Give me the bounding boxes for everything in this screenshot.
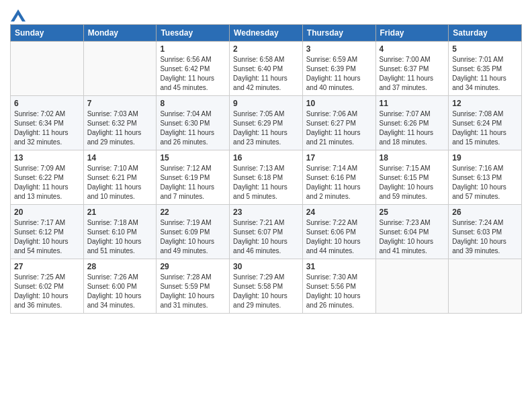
day-number: 30: [233, 262, 299, 271]
day-info: Sunrise: 7:24 AM Sunset: 6:03 PM Dayligh…: [452, 218, 518, 256]
calendar-week-4: 20Sunrise: 7:17 AM Sunset: 6:12 PM Dayli…: [11, 205, 522, 259]
day-info: Sunrise: 7:30 AM Sunset: 5:56 PM Dayligh…: [306, 273, 372, 310]
calendar-cell: [83, 42, 157, 96]
calendar-cell: [449, 259, 522, 314]
calendar-cell: 4Sunrise: 7:00 AM Sunset: 6:37 PM Daylig…: [375, 42, 449, 96]
calendar-cell: 21Sunrise: 7:18 AM Sunset: 6:10 PM Dayli…: [83, 205, 157, 259]
calendar-cell: 2Sunrise: 6:58 AM Sunset: 6:40 PM Daylig…: [230, 42, 303, 96]
day-number: 17: [306, 153, 372, 163]
day-number: 22: [160, 208, 226, 217]
day-info: Sunrise: 7:04 AM Sunset: 6:30 PM Dayligh…: [160, 109, 226, 147]
day-number: 23: [233, 208, 299, 217]
day-number: 29: [160, 262, 226, 271]
calendar-cell: 20Sunrise: 7:17 AM Sunset: 6:12 PM Dayli…: [11, 205, 84, 259]
calendar-cell: 30Sunrise: 7:29 AM Sunset: 5:58 PM Dayli…: [230, 259, 303, 314]
calendar-cell: 1Sunrise: 6:56 AM Sunset: 6:42 PM Daylig…: [157, 42, 230, 96]
calendar-week-3: 13Sunrise: 7:09 AM Sunset: 6:22 PM Dayli…: [11, 150, 522, 205]
weekday-header-saturday: Saturday: [449, 25, 522, 42]
day-info: Sunrise: 7:17 AM Sunset: 6:12 PM Dayligh…: [14, 218, 80, 256]
weekday-header-tuesday: Tuesday: [157, 25, 230, 42]
calendar-cell: 31Sunrise: 7:30 AM Sunset: 5:56 PM Dayli…: [302, 259, 375, 314]
day-info: Sunrise: 7:06 AM Sunset: 6:27 PM Dayligh…: [306, 109, 372, 147]
calendar-cell: 22Sunrise: 7:19 AM Sunset: 6:09 PM Dayli…: [157, 205, 230, 259]
day-number: 16: [233, 153, 299, 163]
calendar-cell: 27Sunrise: 7:25 AM Sunset: 6:02 PM Dayli…: [11, 259, 84, 314]
calendar-cell: [375, 259, 449, 314]
calendar-cell: 17Sunrise: 7:14 AM Sunset: 6:16 PM Dayli…: [302, 150, 375, 205]
logo: [10, 9, 26, 21]
day-number: 26: [452, 208, 518, 217]
calendar-cell: 15Sunrise: 7:12 AM Sunset: 6:19 PM Dayli…: [157, 150, 230, 205]
day-number: 9: [233, 99, 299, 108]
day-number: 13: [14, 153, 80, 163]
day-info: Sunrise: 7:23 AM Sunset: 6:04 PM Dayligh…: [380, 218, 445, 256]
day-info: Sunrise: 7:13 AM Sunset: 6:18 PM Dayligh…: [233, 164, 299, 201]
calendar-cell: 29Sunrise: 7:28 AM Sunset: 5:59 PM Dayli…: [157, 259, 230, 314]
calendar-week-1: 1Sunrise: 6:56 AM Sunset: 6:42 PM Daylig…: [11, 42, 522, 96]
day-info: Sunrise: 7:15 AM Sunset: 6:15 PM Dayligh…: [380, 164, 445, 201]
page-header: [10, 7, 522, 21]
calendar-week-2: 6Sunrise: 7:02 AM Sunset: 6:34 PM Daylig…: [11, 96, 522, 150]
day-info: Sunrise: 7:07 AM Sunset: 6:26 PM Dayligh…: [380, 109, 445, 147]
day-number: 2: [233, 44, 299, 54]
calendar-cell: [11, 42, 84, 96]
day-info: Sunrise: 7:29 AM Sunset: 5:58 PM Dayligh…: [233, 273, 299, 310]
weekday-header-monday: Monday: [83, 25, 157, 42]
calendar-cell: 8Sunrise: 7:04 AM Sunset: 6:30 PM Daylig…: [157, 96, 230, 150]
calendar-cell: 25Sunrise: 7:23 AM Sunset: 6:04 PM Dayli…: [375, 205, 449, 259]
day-number: 15: [160, 153, 226, 163]
calendar-cell: 18Sunrise: 7:15 AM Sunset: 6:15 PM Dayli…: [375, 150, 449, 205]
calendar-cell: 24Sunrise: 7:22 AM Sunset: 6:06 PM Dayli…: [302, 205, 375, 259]
day-number: 12: [452, 99, 518, 108]
day-info: Sunrise: 7:00 AM Sunset: 6:37 PM Dayligh…: [380, 55, 445, 93]
day-number: 28: [87, 262, 153, 271]
day-number: 1: [160, 44, 226, 54]
calendar-cell: 10Sunrise: 7:06 AM Sunset: 6:27 PM Dayli…: [302, 96, 375, 150]
calendar-cell: 13Sunrise: 7:09 AM Sunset: 6:22 PM Dayli…: [11, 150, 84, 205]
day-info: Sunrise: 7:22 AM Sunset: 6:06 PM Dayligh…: [306, 218, 372, 256]
day-number: 5: [452, 44, 518, 54]
calendar-cell: 14Sunrise: 7:10 AM Sunset: 6:21 PM Dayli…: [83, 150, 157, 205]
day-number: 11: [380, 99, 445, 108]
weekday-header-friday: Friday: [375, 25, 449, 42]
weekday-header-sunday: Sunday: [11, 25, 84, 42]
calendar-cell: 11Sunrise: 7:07 AM Sunset: 6:26 PM Dayli…: [375, 96, 449, 150]
day-info: Sunrise: 7:03 AM Sunset: 6:32 PM Dayligh…: [87, 109, 153, 147]
day-info: Sunrise: 6:56 AM Sunset: 6:42 PM Dayligh…: [160, 55, 226, 93]
logo-icon: [11, 9, 26, 21]
day-number: 20: [14, 208, 80, 217]
day-info: Sunrise: 7:09 AM Sunset: 6:22 PM Dayligh…: [14, 164, 80, 201]
calendar-cell: 19Sunrise: 7:16 AM Sunset: 6:13 PM Dayli…: [449, 150, 522, 205]
day-info: Sunrise: 7:18 AM Sunset: 6:10 PM Dayligh…: [87, 218, 153, 256]
day-number: 25: [380, 208, 445, 217]
day-number: 8: [160, 99, 226, 108]
weekday-header-wednesday: Wednesday: [230, 25, 303, 42]
day-number: 10: [306, 99, 372, 108]
calendar-cell: 9Sunrise: 7:05 AM Sunset: 6:29 PM Daylig…: [230, 96, 303, 150]
day-number: 7: [87, 99, 153, 108]
day-info: Sunrise: 6:59 AM Sunset: 6:39 PM Dayligh…: [306, 55, 372, 93]
day-info: Sunrise: 7:05 AM Sunset: 6:29 PM Dayligh…: [233, 109, 299, 147]
calendar-cell: 6Sunrise: 7:02 AM Sunset: 6:34 PM Daylig…: [11, 96, 84, 150]
calendar-cell: 23Sunrise: 7:21 AM Sunset: 6:07 PM Dayli…: [230, 205, 303, 259]
day-number: 3: [306, 44, 372, 54]
calendar-table: SundayMondayTuesdayWednesdayThursdayFrid…: [10, 24, 522, 314]
day-info: Sunrise: 7:25 AM Sunset: 6:02 PM Dayligh…: [14, 273, 80, 310]
day-number: 6: [14, 99, 80, 108]
day-info: Sunrise: 7:26 AM Sunset: 6:00 PM Dayligh…: [87, 273, 153, 310]
calendar-cell: 5Sunrise: 7:01 AM Sunset: 6:35 PM Daylig…: [449, 42, 522, 96]
day-number: 14: [87, 153, 153, 163]
day-info: Sunrise: 7:14 AM Sunset: 6:16 PM Dayligh…: [306, 164, 372, 201]
day-number: 27: [14, 262, 80, 271]
day-info: Sunrise: 7:08 AM Sunset: 6:24 PM Dayligh…: [452, 109, 518, 147]
day-number: 21: [87, 208, 153, 217]
day-info: Sunrise: 7:10 AM Sunset: 6:21 PM Dayligh…: [87, 164, 153, 201]
calendar-cell: 28Sunrise: 7:26 AM Sunset: 6:00 PM Dayli…: [83, 259, 157, 314]
day-number: 18: [380, 153, 445, 163]
day-number: 19: [452, 153, 518, 163]
day-info: Sunrise: 7:16 AM Sunset: 6:13 PM Dayligh…: [452, 164, 518, 201]
calendar-cell: 16Sunrise: 7:13 AM Sunset: 6:18 PM Dayli…: [230, 150, 303, 205]
day-info: Sunrise: 7:01 AM Sunset: 6:35 PM Dayligh…: [452, 55, 518, 93]
day-number: 4: [380, 44, 445, 54]
calendar-cell: 12Sunrise: 7:08 AM Sunset: 6:24 PM Dayli…: [449, 96, 522, 150]
